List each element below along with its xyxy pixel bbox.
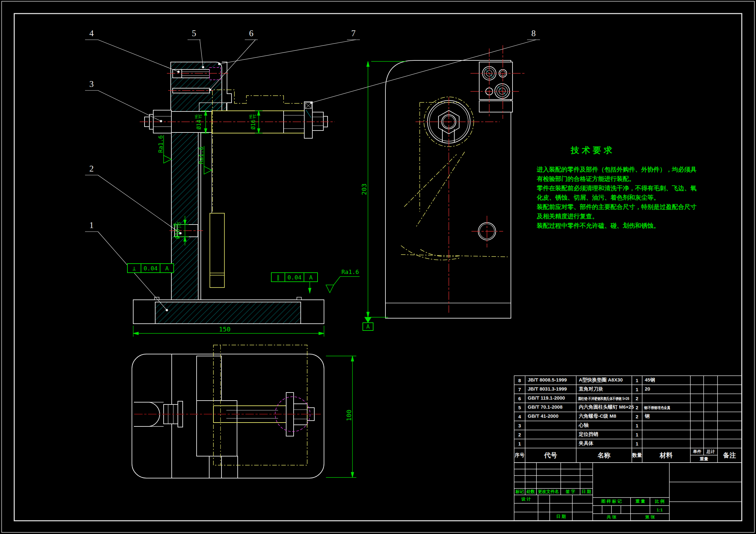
tolerance-value: 0.04 bbox=[141, 264, 160, 272]
bom-header-name: 名称 bbox=[598, 451, 610, 460]
balloon-8: 8 bbox=[531, 28, 536, 38]
tech-requirements-title: 技术要求 bbox=[571, 145, 615, 156]
bom-header-qty: 数量 bbox=[632, 452, 642, 458]
titleblock-sign: 签 字 bbox=[566, 489, 575, 495]
tolerance-value: 0.04 bbox=[285, 273, 304, 281]
datum-a-box: A bbox=[363, 322, 373, 331]
bom-qty: 1 bbox=[636, 432, 638, 437]
drawing-canvas bbox=[0, 0, 756, 534]
bom-seq: 2 bbox=[518, 432, 521, 437]
dim-100: 100 bbox=[345, 410, 353, 421]
tech-requirements-line: 进入装配的零件及部件（包括外购件、外协件），均必须具 bbox=[537, 165, 696, 174]
titleblock-count: 处数 bbox=[526, 489, 535, 495]
bom-header-seq: 序号 bbox=[515, 452, 525, 458]
balloon-3: 3 bbox=[89, 79, 94, 89]
bom-code: GB/T 119.1-2000 bbox=[528, 395, 565, 400]
titleblock-sheet-no: 第 张 bbox=[645, 514, 655, 520]
titleblock-change-file: 更改文件名 bbox=[538, 489, 559, 495]
titleblock-scale-label: 比 例 bbox=[655, 498, 664, 504]
bom-code: GB/T 70.1-2008 bbox=[528, 404, 563, 410]
tech-requirements-line: 有检验部门的合格证方能进行装配。 bbox=[537, 175, 635, 183]
bom-seq: 6 bbox=[518, 396, 521, 401]
bottom-view bbox=[132, 345, 324, 478]
tolerance-frame-perpendicularity: ⊥ 0.04 A bbox=[127, 263, 174, 273]
dim-150: 150 bbox=[219, 325, 230, 333]
dim-203: 203 bbox=[360, 184, 368, 195]
bom-name: 六角螺母-C级 M8 bbox=[579, 413, 616, 419]
bom-material: 钢 bbox=[645, 413, 650, 419]
bom-material: 45钢 bbox=[645, 377, 655, 383]
bom-seq: 4 bbox=[518, 414, 521, 419]
dim-dia16: Ø16 H6f5 bbox=[249, 114, 257, 130]
dim-dia14: Ø14 H6f5 bbox=[195, 114, 203, 130]
surface-roughness-label: Ra1.6 bbox=[341, 268, 359, 275]
bom-qty: 1 bbox=[636, 378, 638, 383]
side-view bbox=[386, 45, 525, 318]
dim-dia10: Ø10 H6js5 bbox=[173, 222, 181, 239]
titleblock-mark: 标记 bbox=[515, 489, 524, 495]
parallelism-icon: ∥ bbox=[272, 273, 285, 281]
bom-name: 内六角圆柱头螺钉 M6×25 bbox=[579, 404, 634, 410]
tolerance-datum: A bbox=[304, 273, 317, 281]
balloon-2: 2 bbox=[89, 164, 94, 174]
dia10-value: Ø10 bbox=[174, 229, 181, 239]
bom-code: JB/T 8008.5-1999 bbox=[528, 377, 567, 383]
tech-requirements-line: 化皮、锈蚀、切屑、油污、着色剂和灰尘等。 bbox=[537, 193, 660, 202]
bom-header-weight: 重量 bbox=[700, 456, 708, 462]
bom-material: 20 bbox=[645, 386, 650, 392]
balloon-7: 7 bbox=[351, 28, 356, 38]
bom-header-code: 代号 bbox=[544, 451, 557, 460]
balloon-5: 5 bbox=[192, 28, 196, 38]
dia14-fit: H6f5 bbox=[195, 114, 203, 119]
dia10-fit: H6js5 bbox=[173, 222, 181, 228]
titleblock-date2: 日 期 bbox=[556, 514, 566, 520]
bom-name: 夹具体 bbox=[579, 440, 593, 446]
tech-requirements-line: 及相关精度进行复查。 bbox=[537, 212, 598, 221]
bom-header-remark: 备注 bbox=[723, 451, 736, 460]
bom-qty: 2 bbox=[636, 396, 638, 401]
dia16-value: Ø16 bbox=[250, 119, 256, 130]
bom-qty: 2 bbox=[636, 414, 638, 419]
balloon-4: 4 bbox=[89, 28, 94, 38]
bom-material: 钢/不锈钢/有色金属 bbox=[644, 405, 670, 411]
titleblock-weight: 重 量 bbox=[635, 498, 645, 504]
dia16-fit: H6f5 bbox=[249, 114, 257, 119]
bom-code: JB/T 8031.3-1999 bbox=[528, 386, 567, 392]
balloon-6: 6 bbox=[249, 28, 254, 38]
bom-header-material: 材料 bbox=[660, 451, 673, 460]
tech-requirements-line: 零件在装配前必须清理和清洗干净，不得有毛刺、飞边、氧 bbox=[537, 184, 696, 192]
bom-seq: 1 bbox=[518, 441, 521, 446]
tech-requirements-line: 装配前应对零、部件的主要配合尺寸，特别是过盈配合尺寸 bbox=[537, 203, 696, 211]
bom-name: 圆柱销-不淬硬钢和奥氏体不锈钢 5×26 bbox=[578, 396, 629, 401]
perpendicularity-icon: ⊥ bbox=[128, 264, 141, 272]
tolerance-frame-parallelism: ∥ 0.04 A bbox=[271, 272, 318, 282]
titleblock-design: 设 计 bbox=[521, 496, 531, 502]
bom-qty: 1 bbox=[636, 387, 638, 392]
surface-roughness-label: Ra1.6 bbox=[157, 135, 164, 153]
dia14-value: Ø14 bbox=[196, 119, 202, 130]
titleblock-stamp: 图 样 标 记 bbox=[602, 498, 622, 504]
tech-requirements-line: 装配过程中零件不允许磕、碰、划伤和锈蚀。 bbox=[537, 222, 660, 230]
bom-seq: 5 bbox=[518, 405, 521, 410]
front-view bbox=[133, 62, 335, 324]
titleblock-scale-value: 1:1 bbox=[657, 507, 663, 512]
bom-qty: 2 bbox=[636, 405, 638, 410]
balloon-1: 1 bbox=[89, 220, 94, 230]
bom-seq: 7 bbox=[518, 387, 521, 392]
bom-qty: 1 bbox=[636, 423, 638, 428]
bom-name: 定位挡销 bbox=[579, 431, 598, 437]
titleblock-date: 日 期 bbox=[581, 489, 591, 495]
bom-name: A型快换垫圈 A8X30 bbox=[579, 377, 623, 383]
titleblock-sheet-total: 共 张 bbox=[607, 514, 616, 520]
surface-roughness-label: Ra1.6 bbox=[198, 147, 204, 164]
bom-qty: 1 bbox=[636, 441, 638, 446]
cad-drawing-window: 4 5 6 7 8 3 2 1 150 203 100 Ø14 H6f5 Ø16… bbox=[0, 0, 756, 534]
bom-name: 直角对刀块 bbox=[579, 386, 603, 392]
tolerance-datum: A bbox=[160, 264, 173, 272]
bom-header-total: 总计 bbox=[707, 449, 715, 454]
bom-seq: 3 bbox=[518, 423, 521, 428]
bom-header-unit: 单件 bbox=[693, 449, 701, 454]
bom-seq: 8 bbox=[518, 378, 521, 383]
bom-code: GB/T 41-2000 bbox=[528, 413, 558, 419]
bom-name: 心轴 bbox=[579, 422, 588, 428]
